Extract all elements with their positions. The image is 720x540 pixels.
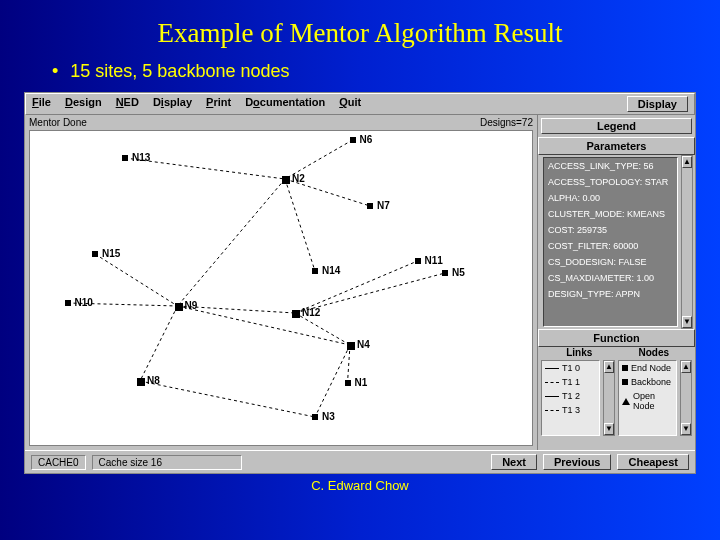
bottom-bar: CACHE0 Cache size 16 Next Previous Cheap… bbox=[25, 450, 695, 473]
svg-line-15 bbox=[178, 306, 351, 345]
parameter-item[interactable]: ACCESS_TOPOLOGY: STAR bbox=[544, 174, 677, 190]
svg-line-4 bbox=[178, 179, 286, 306]
link-type-row[interactable]: T1 0 bbox=[542, 361, 599, 375]
node-label-N13: N13 bbox=[132, 152, 150, 163]
links-scrollbar[interactable]: ▲▼ bbox=[603, 360, 615, 436]
parameter-item[interactable]: CS_DODESIGN: FALSE bbox=[544, 254, 677, 270]
node-label-N14: N14 bbox=[322, 265, 340, 276]
node-label-N1: N1 bbox=[355, 377, 368, 388]
node-label-N7: N7 bbox=[377, 200, 390, 211]
parameters-list[interactable]: ACCESS_LINK_TYPE: 56ACCESS_TOPOLOGY: STA… bbox=[543, 157, 678, 327]
slide-title: Example of Mentor Algorithm Result bbox=[0, 0, 720, 57]
link-type-row[interactable]: T1 3 bbox=[542, 403, 599, 417]
node-type-row[interactable]: Open Node bbox=[619, 389, 676, 413]
node-label-N15: N15 bbox=[102, 248, 120, 259]
canvas-status: Mentor Done Designs=72 bbox=[25, 115, 537, 130]
node-label-N6: N6 bbox=[360, 134, 373, 145]
slide-footer: C. Edward Chow bbox=[0, 474, 720, 497]
node-N14[interactable] bbox=[312, 268, 318, 274]
svg-line-7 bbox=[140, 306, 178, 381]
parameters-scrollbar[interactable]: ▲▼ bbox=[681, 155, 693, 329]
svg-line-5 bbox=[95, 254, 178, 306]
svg-line-12 bbox=[348, 345, 351, 383]
node-label-N2: N2 bbox=[292, 173, 305, 184]
network-canvas[interactable]: N13N6N2N7N15N14N11N5N10N9N12N4N8N1N3 bbox=[29, 130, 533, 446]
node-label-N10: N10 bbox=[75, 297, 93, 308]
node-N12[interactable] bbox=[292, 310, 300, 318]
cheapest-button[interactable]: Cheapest bbox=[617, 454, 689, 470]
network-edges bbox=[30, 131, 532, 445]
node-label-N11: N11 bbox=[425, 255, 443, 266]
parameter-item[interactable]: DESIGN_TYPE: APPN bbox=[544, 286, 677, 302]
node-N2[interactable] bbox=[282, 176, 290, 184]
node-N15[interactable] bbox=[92, 251, 98, 257]
node-label-N9: N9 bbox=[185, 300, 198, 311]
parameter-item[interactable]: CS_MAXDIAMETER: 1.00 bbox=[544, 270, 677, 286]
node-N9[interactable] bbox=[175, 303, 183, 311]
status-left: Mentor Done bbox=[29, 117, 87, 128]
menu-display[interactable]: Display bbox=[153, 96, 192, 112]
node-N11[interactable] bbox=[415, 258, 421, 264]
parameters-heading: Parameters bbox=[538, 137, 695, 155]
node-N10[interactable] bbox=[65, 300, 71, 306]
nodes-legend: End NodeBackboneOpen Node bbox=[618, 360, 677, 436]
menu-documentation[interactable]: Documentation bbox=[245, 96, 325, 112]
slide-bullet: •15 sites, 5 backbone nodes bbox=[0, 57, 720, 86]
svg-line-14 bbox=[140, 381, 315, 417]
node-label-N5: N5 bbox=[452, 267, 465, 278]
node-type-row[interactable]: Backbone bbox=[619, 375, 676, 389]
menu-design[interactable]: Design bbox=[65, 96, 102, 112]
function-heading: Function bbox=[538, 329, 695, 347]
menu-ned[interactable]: NED bbox=[116, 96, 139, 112]
node-label-N4: N4 bbox=[357, 339, 370, 350]
previous-button[interactable]: Previous bbox=[543, 454, 611, 470]
links-legend: T1 0T1 1T1 2T1 3 bbox=[541, 360, 600, 436]
cache-label: CACHE0 bbox=[31, 455, 86, 470]
node-N5[interactable] bbox=[442, 270, 448, 276]
node-label-N8: N8 bbox=[147, 375, 160, 386]
node-N13[interactable] bbox=[122, 155, 128, 161]
node-N1[interactable] bbox=[345, 380, 351, 386]
parameter-item[interactable]: CLUSTER_MODE: KMEANS bbox=[544, 206, 677, 222]
menu-file[interactable]: File bbox=[32, 96, 51, 112]
parameter-item[interactable]: COST: 259735 bbox=[544, 222, 677, 238]
node-type-row[interactable]: End Node bbox=[619, 361, 676, 375]
node-label-N3: N3 bbox=[322, 411, 335, 422]
status-right: Designs=72 bbox=[480, 117, 533, 128]
node-N3[interactable] bbox=[312, 414, 318, 420]
nodes-scrollbar[interactable]: ▲▼ bbox=[680, 360, 692, 436]
node-label-N12: N12 bbox=[302, 307, 320, 318]
links-heading: Links bbox=[542, 347, 617, 358]
menu-print[interactable]: Print bbox=[206, 96, 231, 112]
node-N4[interactable] bbox=[347, 342, 355, 350]
display-button[interactable]: Display bbox=[627, 96, 688, 112]
app-window: File Design NED Display Print Documentat… bbox=[24, 92, 696, 474]
node-N6[interactable] bbox=[350, 137, 356, 143]
node-N7[interactable] bbox=[367, 203, 373, 209]
function-legend: T1 0T1 1T1 2T1 3 ▲▼ End NodeBackboneOpen… bbox=[541, 360, 692, 436]
menubar: File Design NED Display Print Documentat… bbox=[25, 93, 695, 115]
link-type-row[interactable]: T1 2 bbox=[542, 389, 599, 403]
link-type-row[interactable]: T1 1 bbox=[542, 375, 599, 389]
parameter-item[interactable]: COST_FILTER: 60000 bbox=[544, 238, 677, 254]
right-panel: Legend Parameters ACCESS_LINK_TYPE: 56AC… bbox=[537, 115, 695, 450]
parameter-item[interactable]: ACCESS_LINK_TYPE: 56 bbox=[544, 158, 677, 174]
nodes-heading: Nodes bbox=[617, 347, 692, 358]
parameter-item[interactable]: ALPHA: 0.00 bbox=[544, 190, 677, 206]
node-N8[interactable] bbox=[137, 378, 145, 386]
legend-button[interactable]: Legend bbox=[541, 118, 692, 134]
next-button[interactable]: Next bbox=[491, 454, 537, 470]
menu-quit[interactable]: Quit bbox=[339, 96, 361, 112]
cache-size: Cache size 16 bbox=[92, 455, 242, 470]
svg-line-3 bbox=[285, 179, 315, 271]
